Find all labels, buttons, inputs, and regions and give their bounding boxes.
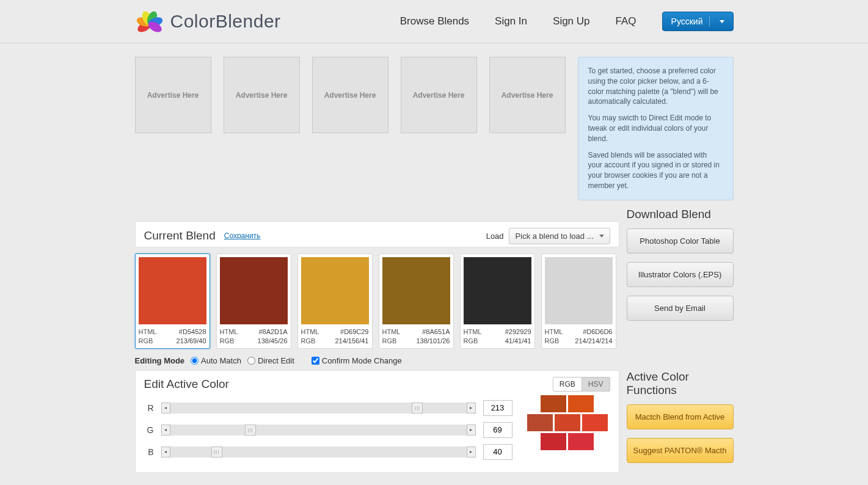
variation-swatch[interactable] [582,414,608,431]
r-label: R [144,403,154,413]
variation-swatch[interactable] [541,433,566,450]
ad-slot[interactable]: Advertise Here [401,57,477,133]
b-label: B [144,447,154,457]
variation-swatch[interactable] [527,414,553,431]
swatch-color [220,257,288,324]
intro-paragraph: To get started, choose a preferred color… [588,66,723,107]
swatch-color [139,257,206,324]
language-label: Русский [671,16,703,26]
slider-increment[interactable]: ▸ [467,425,476,436]
color-swatch[interactable]: HTML#D54528RGB213/69/40 [135,253,210,349]
slider-increment[interactable]: ▸ [467,403,476,414]
g-label: G [144,425,154,435]
nav-browse-blends[interactable]: Browse Blends [400,15,469,27]
load-label: Load [486,232,504,241]
color-variations [525,395,610,466]
r-value-input[interactable] [483,400,512,416]
intro-box: To get started, choose a preferred color… [578,57,734,200]
brand-text: ColorBlender [170,11,281,32]
color-swatch[interactable]: HTML#8A651ARGB138/101/26 [379,253,454,349]
slider-thumb[interactable]: ||| [211,447,222,458]
edit-active-color-section: Edit Active Color RGB HSV R ◂ ||| ▸ [135,370,619,473]
b-value-input[interactable] [483,444,512,460]
direct-edit-radio[interactable]: Direct Edit [247,356,294,365]
ad-slot[interactable]: Advertise Here [224,57,300,133]
color-swatch[interactable]: HTML#D6D6D6RGB214/214/214 [541,253,616,349]
color-swatch[interactable]: HTML#8A2D1ARGB138/45/26 [216,253,291,349]
g-value-input[interactable] [483,422,512,438]
save-link[interactable]: Сохранить [224,232,261,240]
ad-slot[interactable]: Advertise Here [489,57,566,133]
ad-slot[interactable]: Advertise Here [312,57,388,133]
editing-mode-label: Editing Mode [135,356,185,365]
logo[interactable]: ColorBlender [135,7,281,36]
current-blend-title: Current Blend [144,229,216,242]
suggest-pantone-button[interactable]: Suggest PANTON® Macth [627,438,734,463]
confirm-mode-change-checkbox[interactable]: Confirm Mode Change [312,356,402,365]
ad-slot[interactable]: Advertise Here [135,57,211,133]
download-illustrator-button[interactable]: Illustrator Colors (.EPS) [627,262,734,287]
variation-swatch[interactable] [568,395,594,412]
variation-swatch[interactable] [541,395,566,412]
send-by-email-button[interactable]: Send by Email [627,296,734,321]
slider-increment[interactable]: ▸ [467,447,476,458]
swatch-color [301,257,369,324]
intro-paragraph: You may swicth to Direct Edit mode to tw… [588,113,723,144]
edit-active-color-title: Edit Active Color [144,377,229,391]
color-swatch[interactable]: HTML#D69C29RGB214/156/41 [297,253,373,349]
nav-sign-in[interactable]: Sign In [495,15,527,27]
match-blend-button[interactable]: Mactch Blend from Active [627,404,734,429]
rgb-tab[interactable]: RGB [553,377,582,392]
slider-decrement[interactable]: ◂ [161,425,170,436]
swatch-color [464,257,531,324]
intro-paragraph: Saved blends will be associated with you… [588,150,723,191]
auto-match-radio[interactable]: Auto Match [191,356,241,365]
current-blend-section: Current Blend Сохранить Load Pick a blen… [135,221,619,247]
logo-icon [135,7,164,36]
variation-swatch[interactable] [555,414,580,431]
nav-faq[interactable]: FAQ [616,15,636,27]
slider-decrement[interactable]: ◂ [161,447,170,458]
download-blend-title: Download Blend [627,208,734,221]
swatch-color [382,257,450,324]
hsv-tab[interactable]: HSV [582,377,610,392]
slider-decrement[interactable]: ◂ [161,403,170,414]
language-dropdown[interactable]: Русский [662,12,734,31]
variation-swatch[interactable] [568,433,594,450]
load-blend-select[interactable]: Pick a blend to load ... [509,228,610,244]
download-photoshop-button[interactable]: Photoshop Color Table [627,228,734,253]
slider-thumb[interactable]: ||| [245,425,256,436]
active-color-functions-title: Active Color Functions [627,370,734,397]
slider-thumb[interactable]: ||| [412,403,423,414]
b-slider[interactable]: ◂ ||| ▸ [161,447,476,458]
swatch-color [545,257,613,324]
nav-sign-up[interactable]: Sign Up [553,15,589,27]
r-slider[interactable]: ◂ ||| ▸ [161,403,476,414]
g-slider[interactable]: ◂ ||| ▸ [161,425,476,436]
color-swatch[interactable]: HTML#292929RGB41/41/41 [460,253,535,349]
chevron-down-icon [720,20,724,23]
